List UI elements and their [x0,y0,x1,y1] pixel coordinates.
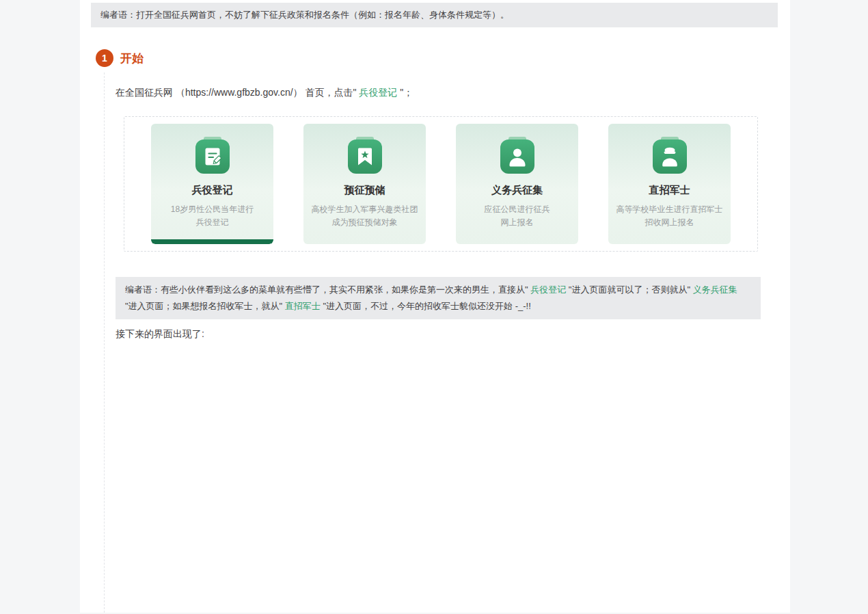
person-icon [500,139,534,174]
editor-note-top: 编者语：打开全国征兵网首页，不妨了解下征兵政策和报名条件（例如：报名年龄、身体条… [91,3,778,27]
card-yuzheng-yuchu[interactable]: 预征预储 高校学生加入军事兴趣类社团 成为预征预储对象 [303,124,426,244]
step-number: 1 [102,53,107,64]
link-bingyi-dengji[interactable]: 兵役登记 [359,87,397,98]
link-yiwubing-zhengji[interactable]: 义务兵征集 [693,284,737,295]
page-background: 编者语：打开全国征兵网首页，不妨了解下征兵政策和报名条件（例如：报名年龄、身体条… [0,0,868,614]
clipboard-pencil-icon [195,139,230,174]
card-title: 直招军士 [608,184,731,197]
menu-cards-panel: 兵役登记 18岁男性公民当年进行 兵役登记 预征预储 高校学生加入军 [124,116,758,252]
bookmark-star-icon [348,139,382,174]
card-description: 18岁男性公民当年进行 兵役登记 [151,203,273,229]
intro-text-before: 在全国征兵网 （https://www.gfbzb.gov.cn/） 首页，点击… [116,87,359,98]
card-bingyi-dengji[interactable]: 兵役登记 18岁男性公民当年进行 兵役登记 [151,124,273,244]
card-description: 高等学校毕业生进行直招军士 招收网上报名 [608,203,731,229]
active-indicator-bar [151,239,273,244]
card-description: 应征公民进行征兵 网上报名 [456,203,578,229]
intro-text-after: "； [397,87,413,98]
note2-text: "进入页面；如果想报名招收军士，就从" [125,301,285,311]
editor-note-2: 编者语：有些小伙伴看到这么多的菜单就有些懵了，其实不用紧张，如果你是第一次来的男… [116,277,761,319]
link-zhizhao-junshi[interactable]: 直招军士 [285,301,321,311]
card-yiwubing-zhengji[interactable]: 义务兵征集 应征公民进行征兵 网上报名 [456,124,578,244]
link-bingyi-dengji-2[interactable]: 兵役登记 [530,284,566,295]
editor-note-top-text: 编者语：打开全国征兵网首页，不妨了解下征兵政策和报名条件（例如：报名年龄、身体条… [100,10,509,20]
note2-text: "进入页面，不过，今年的招收军士貌似还没开始 -_-!! [321,301,531,311]
card-title: 义务兵征集 [456,184,578,197]
step-number-badge: 1 [96,49,113,67]
intro-paragraph: 在全国征兵网 （https://www.gfbzb.gov.cn/） 首页，点击… [116,85,413,99]
card-zhizhao-junshi[interactable]: 直招军士 高等学校毕业生进行直招军士 招收网上报名 [608,124,731,244]
card-description: 高校学生加入军事兴趣类社团 成为预征预储对象 [303,203,426,229]
step-title: 开始 [120,51,144,66]
card-title: 预征预储 [303,184,426,197]
officer-cap-icon [653,139,687,174]
note2-text: "进入页面就可以了；否则就从" [566,284,692,295]
closing-paragraph: 接下来的界面出现了: [116,327,204,341]
card-title: 兵役登记 [151,184,273,197]
timeline-dashed-line [104,72,105,613]
note2-text: 编者语：有些小伙伴看到这么多的菜单就有些懵了，其实不用紧张，如果你是第一次来的男… [125,284,530,295]
article-content: 编者语：打开全国征兵网首页，不妨了解下征兵政策和报名条件（例如：报名年龄、身体条… [80,0,790,613]
